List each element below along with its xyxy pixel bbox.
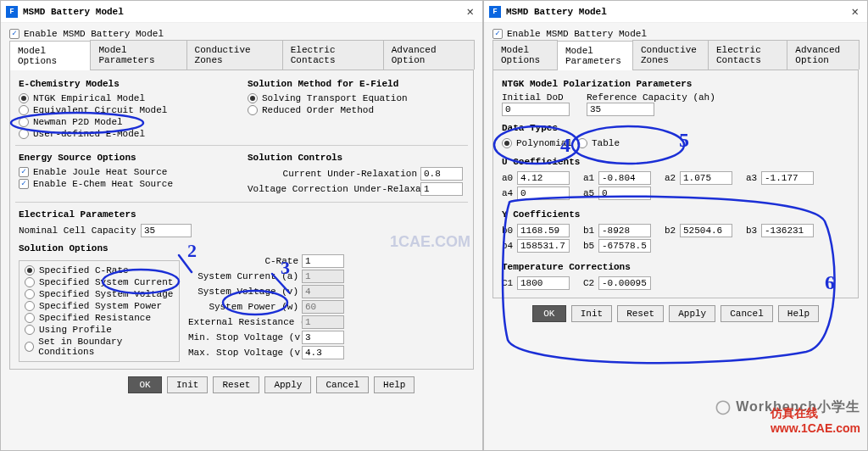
radio-newman-p2d[interactable]: Newman P2D Model: [19, 116, 236, 128]
refcap-label: Reference Capacity (ah): [587, 92, 715, 103]
close-icon[interactable]: ✕: [464, 4, 477, 19]
tab-bar: Model Options Model Parameters Conductiv…: [9, 40, 474, 70]
b1-label: b1: [583, 226, 597, 236]
b2-label: b2: [665, 226, 678, 236]
radio-set-bc[interactable]: Set in Boundary Conditions: [25, 336, 174, 358]
solution-options-box: Specified C-Rate Specified System Curren…: [19, 260, 180, 362]
tab-model-options[interactable]: Model Options: [9, 41, 91, 70]
radio-transport-eq[interactable]: Solving Transport Equation: [248, 92, 465, 104]
maxv-input[interactable]: [302, 346, 344, 359]
solmethod-title: Solution Method for E-Field: [248, 77, 465, 92]
app-icon: F: [489, 6, 501, 18]
radio-spec-resistance[interactable]: Specified Resistance: [25, 312, 174, 324]
init-button[interactable]: Init: [167, 376, 208, 393]
radio-reduced-order[interactable]: Reduced Order Method: [248, 104, 465, 116]
dod-input[interactable]: [502, 103, 570, 116]
tab-content-model-parameters: NTGK Model Polarization Parameters Initi…: [492, 70, 859, 298]
tab-electric-contacts[interactable]: Electric Contacts: [708, 40, 787, 70]
enable-model-checkbox-row[interactable]: Enable MSMD Battery Model: [9, 28, 474, 40]
radio-icon: [25, 342, 34, 352]
nominal-cap-input[interactable]: [141, 224, 192, 237]
b4-label: b4: [502, 241, 515, 251]
radio-table[interactable]: Table: [577, 137, 620, 149]
reset-button[interactable]: Reset: [213, 376, 259, 393]
solctrl-title: Solution Controls: [248, 151, 465, 166]
a5-label: a5: [583, 188, 597, 198]
radio-spec-sys-current[interactable]: Specified System Current: [25, 276, 174, 288]
tab-model-options[interactable]: Model Options: [492, 40, 558, 70]
button-row: OK Init Reset Apply Cancel Help: [9, 370, 474, 393]
help-button[interactable]: Help: [778, 305, 819, 322]
minv-input[interactable]: [302, 331, 344, 344]
refcap-input[interactable]: [587, 103, 654, 116]
b0-label: b0: [502, 226, 515, 236]
tab-advanced-option[interactable]: Advanced Option: [787, 40, 860, 70]
vcor-relax-input[interactable]: [420, 182, 463, 196]
a2-input[interactable]: [680, 171, 732, 185]
radio-icon: [577, 138, 587, 148]
tab-conductive-zones[interactable]: Conductive Zones: [632, 40, 709, 70]
ok-button[interactable]: OK: [128, 376, 162, 393]
ok-button[interactable]: OK: [532, 305, 566, 322]
radio-spec-sys-power[interactable]: Specified System Power: [25, 300, 174, 312]
help-button[interactable]: Help: [374, 376, 415, 393]
check-joule-heat[interactable]: Enable Joule Heat Source: [19, 166, 236, 178]
init-button[interactable]: Init: [571, 305, 612, 322]
watermark-sim: 仿真在线 www.1CAE.com: [771, 406, 860, 435]
close-icon[interactable]: ✕: [849, 4, 862, 19]
radio-using-profile[interactable]: Using Profile: [25, 324, 174, 336]
radio-spec-sys-voltage[interactable]: Specified System Voltage: [25, 288, 174, 300]
tab-bar: Model Options Model Parameters Conductiv…: [492, 40, 859, 70]
minv-label: Min. Stop Voltage (v): [188, 332, 298, 342]
tab-content-model-options: E-Chemistry Models NTGK Empirical Model …: [9, 70, 474, 370]
radio-ntgk[interactable]: NTGK Empirical Model: [19, 92, 236, 104]
a5-input[interactable]: [598, 187, 651, 200]
a4-input[interactable]: [517, 187, 570, 200]
polar-title: NTGK Model Polarization Parameters: [502, 77, 849, 92]
tab-model-parameters[interactable]: Model Parameters: [557, 41, 633, 70]
b2-input[interactable]: [680, 224, 732, 237]
checkbox-icon: [492, 29, 503, 39]
enable-model-checkbox-row[interactable]: Enable MSMD Battery Model: [492, 28, 859, 40]
cancel-button[interactable]: Cancel: [721, 305, 773, 322]
reset-button[interactable]: Reset: [617, 305, 664, 322]
apply-button[interactable]: Apply: [669, 305, 715, 322]
check-echem-heat[interactable]: Enable E-Chem Heat Source: [19, 178, 236, 190]
sys-cur-input: [302, 270, 344, 283]
b3-input[interactable]: [761, 224, 814, 237]
crate-input[interactable]: [302, 254, 344, 268]
tab-advanced-option[interactable]: Advanced Option: [383, 40, 475, 70]
datatypes-title: Data Types: [502, 121, 849, 136]
radio-icon: [19, 117, 29, 127]
window-title: MSMD Battery Model: [23, 7, 464, 17]
cancel-button[interactable]: Cancel: [316, 376, 369, 393]
b4-input[interactable]: [517, 239, 570, 253]
sys-v-label: System Voltage (v): [188, 287, 298, 297]
ext-r-input: [302, 315, 344, 329]
radio-icon: [25, 289, 35, 299]
tab-electric-contacts[interactable]: Electric Contacts: [282, 40, 384, 70]
tab-conductive-zones[interactable]: Conductive Zones: [186, 40, 283, 70]
checkbox-icon: [19, 167, 29, 177]
b0-input[interactable]: [517, 224, 570, 237]
cur-relax-input[interactable]: [420, 167, 463, 181]
b5-input[interactable]: [598, 239, 651, 253]
radio-spec-crate[interactable]: Specified C-Rate: [25, 264, 174, 276]
radio-equiv-circuit[interactable]: Equivalent Circuit Model: [19, 104, 236, 116]
nominal-cap-label: Nominal Cell Capacity (ah): [19, 226, 137, 236]
ext-r-label: External Resistance (ohm): [188, 317, 298, 327]
dod-label: Initial DoD: [502, 92, 570, 103]
tab-model-parameters[interactable]: Model Parameters: [90, 40, 186, 70]
b1-input[interactable]: [598, 224, 651, 237]
radio-polynomial[interactable]: Polynomial: [502, 137, 572, 149]
c1-input[interactable]: [517, 276, 570, 290]
window-title: MSMD Battery Model: [506, 7, 849, 17]
a3-input[interactable]: [761, 171, 814, 185]
a0-input[interactable]: [517, 171, 570, 185]
apply-button[interactable]: Apply: [264, 376, 311, 393]
c2-input[interactable]: [598, 276, 651, 290]
sol-opts-title: Solution Options: [19, 242, 180, 257]
radio-user-defined[interactable]: User-defined E-Model: [19, 128, 236, 140]
a1-input[interactable]: [598, 171, 651, 185]
elec-params-title: Electrical Parameters: [19, 208, 465, 223]
